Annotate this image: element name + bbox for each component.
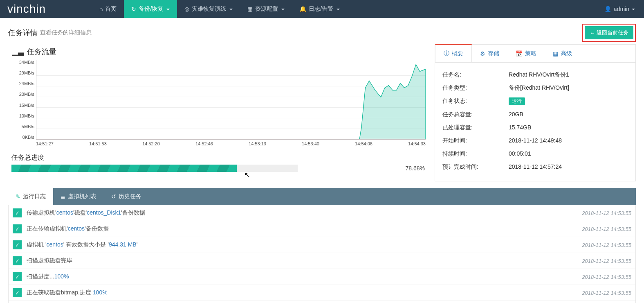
kv-eta: 预计完成时间:2018-11-12 14:57:24 xyxy=(442,161,628,174)
edit-icon: ✎ xyxy=(16,193,20,200)
nav-resource[interactable]: ▦ 资源配置 xyxy=(240,0,292,18)
back-button[interactable]: ← 返回当前任务 xyxy=(585,26,633,39)
info-icon: ⓘ xyxy=(444,50,449,57)
refresh-icon: ↻ xyxy=(131,6,136,12)
progress-fill xyxy=(11,165,237,172)
chart-title-text: 任务流量 xyxy=(27,47,56,57)
log-row: ✓传输虚拟机'centos'磁盘'centos_Disk1'备份数据2018-1… xyxy=(9,205,635,221)
log-list: ✓传输虚拟机'centos'磁盘'centos_Disk1'备份数据2018-1… xyxy=(8,205,636,303)
user-icon: 👤 xyxy=(604,6,611,12)
bell-icon: 🔔 xyxy=(299,6,306,12)
tab-overview-label: 概要 xyxy=(452,50,463,57)
nav-home[interactable]: ⌂ 首页 xyxy=(92,0,124,18)
log-time: 2018-11-12 14:53:55 xyxy=(582,258,631,264)
log-time: 2018-11-12 14:53:55 xyxy=(582,226,631,232)
kv-type: 任务类型:备份[Redhat RHV/Ovirt] xyxy=(442,81,628,95)
history-icon: ↺ xyxy=(111,193,116,200)
grid-icon: ▦ xyxy=(553,50,558,57)
nav-log-label: 日志/告警 xyxy=(309,5,333,13)
check-icon: ✓ xyxy=(13,240,22,249)
chart-title: ▁▃ 任务流量 xyxy=(12,47,427,57)
tab-storage-label: 存储 xyxy=(488,50,499,57)
summary-body: 任务名:Redhat RHV/Ovirt备份1 任务类型:备份[Redhat R… xyxy=(435,63,635,181)
back-button-highlight: ← 返回当前任务 xyxy=(582,24,636,42)
tab-runlog[interactable]: ✎ 运行日志 xyxy=(8,188,53,205)
top-nav: vinchin ⌂ 首页 ↻ 备份/恢复 ◎ 灾难恢复演练 ▦ 资源配置 🔔 日… xyxy=(0,0,644,18)
progress-title: 任务总进度 xyxy=(11,154,427,162)
log-text: 扫描虚拟磁盘完毕 xyxy=(27,257,72,265)
tab-vmlist[interactable]: ≣ 虚拟机列表 xyxy=(53,188,104,205)
tab-history-label: 历史任务 xyxy=(119,193,141,200)
check-icon: ✓ xyxy=(13,224,22,233)
nav-dr-label: 灾难恢复演练 xyxy=(192,5,226,13)
progress-percent: 78.68% xyxy=(406,165,425,172)
tab-runlog-label: 运行日志 xyxy=(23,193,46,200)
log-text: 正在获取磁盘bitmap,进度 100% xyxy=(27,289,108,296)
chevron-down-icon xyxy=(281,6,285,12)
kv-start: 开始时间:2018-11-12 14:49:48 xyxy=(442,134,628,147)
nav-user[interactable]: 👤 admin xyxy=(595,0,644,18)
grid-icon: ▦ xyxy=(247,6,253,12)
tab-overview[interactable]: ⓘ 概要 xyxy=(435,44,472,62)
page-header: 任务详情 查看任务的详细信息 ← 返回当前任务 xyxy=(0,18,644,44)
kv-total: 任务总容量:20GB xyxy=(442,108,628,121)
progress-bar xyxy=(11,165,298,172)
progress-row: 78.68% xyxy=(8,165,427,172)
check-icon: ✓ xyxy=(13,208,22,217)
page-subtitle: 查看任务的详细信息 xyxy=(40,29,92,36)
kv-state: 任务状态:运行 xyxy=(442,95,628,108)
tab-vmlist-label: 虚拟机列表 xyxy=(68,193,96,200)
chart-plot-area xyxy=(36,60,426,140)
log-text: 传输虚拟机'centos'磁盘'centos_Disk1'备份数据 xyxy=(27,209,145,217)
nav-log[interactable]: 🔔 日志/告警 xyxy=(292,0,347,18)
chevron-down-icon xyxy=(229,6,233,12)
log-row: ✓扫描虚拟机'centos'磁盘'centos_Disk1'有效数据2018-1… xyxy=(9,301,635,303)
chevron-down-icon xyxy=(337,6,340,12)
kv-done: 已处理容量:15.74GB xyxy=(442,121,628,134)
kv-name: 任务名:Redhat RHV/Ovirt备份1 xyxy=(442,68,628,81)
check-icon: ✓ xyxy=(13,272,22,281)
log-row: ✓虚拟机 'centos' 有效数据大小是 '944.31 MB'2018-11… xyxy=(9,237,635,253)
lower-tabs: ✎ 运行日志 ≣ 虚拟机列表 ↺ 历史任务 xyxy=(8,188,636,205)
nav-dr[interactable]: ◎ 灾难恢复演练 xyxy=(177,0,240,18)
log-time: 2018-11-12 14:53:55 xyxy=(582,210,631,216)
log-time: 2018-11-12 14:53:55 xyxy=(582,290,631,296)
page-title: 任务详情 xyxy=(8,28,38,38)
tab-policy-label: 策略 xyxy=(525,50,536,57)
nav-backup[interactable]: ↻ 备份/恢复 xyxy=(124,0,177,18)
check-icon: ✓ xyxy=(13,288,22,297)
summary-panel: ⓘ 概要 ⚙ 存储 📅 策略 ▦ 高级 任务名:Redhat RHV/Ovirt… xyxy=(435,44,636,181)
log-row: ✓正在传输虚拟机'centos'备份数据2018-11-12 14:53:55 xyxy=(9,221,635,237)
chevron-down-icon xyxy=(632,6,635,12)
check-icon: ✓ xyxy=(13,256,22,265)
arrow-left-icon: ← xyxy=(590,30,595,36)
log-text: 虚拟机 'centos' 有效数据大小是 '944.31 MB' xyxy=(27,241,137,249)
back-button-label: 返回当前任务 xyxy=(597,29,628,36)
nav-resource-label: 资源配置 xyxy=(255,5,278,13)
tab-advanced[interactable]: ▦ 高级 xyxy=(545,45,580,62)
log-row: ✓扫描进度...100%2018-11-12 14:53:55 xyxy=(9,269,635,285)
log-text: 正在传输虚拟机'centos'备份数据 xyxy=(27,225,109,233)
chart-y-axis: 34MB/s29MB/s24MB/s20MB/s15MB/s10MB/s5MB/… xyxy=(11,60,34,140)
lower-panel: ✎ 运行日志 ≣ 虚拟机列表 ↺ 历史任务 ✓传输虚拟机'centos'磁盘'c… xyxy=(8,188,636,303)
kv-dur: 持续时间:00:05:01 xyxy=(442,147,628,161)
nav-items: ⌂ 首页 ↻ 备份/恢复 ◎ 灾难恢复演练 ▦ 资源配置 🔔 日志/告警 xyxy=(92,0,347,18)
status-badge: 运行 xyxy=(509,97,525,105)
tab-history[interactable]: ↺ 历史任务 xyxy=(104,188,149,205)
chart-x-axis: 14:51:2714:51:5314:52:2014:52:4614:53:13… xyxy=(36,141,426,148)
throughput-chart: 34MB/s29MB/s24MB/s20MB/s15MB/s10MB/s5MB/… xyxy=(11,60,427,148)
log-row: ✓扫描虚拟磁盘完毕2018-11-12 14:53:55 xyxy=(9,253,635,269)
list-icon: ≣ xyxy=(61,193,65,200)
chevron-down-icon xyxy=(166,6,170,12)
log-text: 扫描进度...100% xyxy=(27,273,69,280)
brand-logo: vinchin xyxy=(0,0,92,18)
nav-backup-label: 备份/恢复 xyxy=(139,5,163,13)
nav-user-label: admin xyxy=(614,6,629,12)
summary-tabs: ⓘ 概要 ⚙ 存储 📅 策略 ▦ 高级 xyxy=(435,45,635,63)
log-time: 2018-11-12 14:53:55 xyxy=(582,274,631,280)
chart-icon: ▁▃ xyxy=(12,47,24,56)
tab-storage[interactable]: ⚙ 存储 xyxy=(472,45,507,62)
tab-policy[interactable]: 📅 策略 xyxy=(507,45,545,62)
calendar-icon: 📅 xyxy=(516,50,523,57)
share-icon: ⚙ xyxy=(480,50,485,57)
